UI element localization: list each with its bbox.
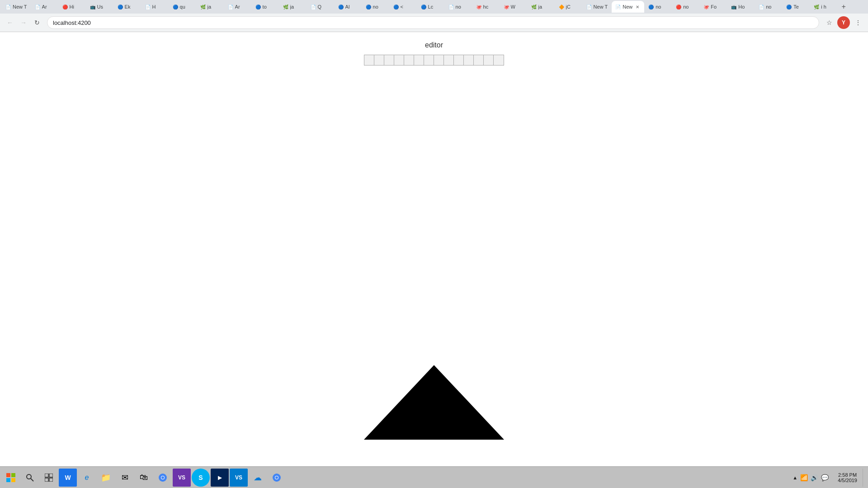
chrome2-taskbar-button[interactable] (268, 469, 286, 487)
tab-ar2[interactable]: 📄 Ar (224, 1, 251, 13)
svg-rect-4 (11, 478, 15, 482)
tab-no3[interactable]: 🔵 no (645, 1, 672, 13)
tab-no5[interactable]: 📄 no (755, 1, 782, 13)
vs-taskbar-button[interactable]: VS (173, 469, 191, 487)
toolbar-button-7[interactable] (424, 55, 434, 65)
toolbar-button-1[interactable] (364, 55, 374, 65)
address-input[interactable] (47, 16, 819, 29)
tab-ja3[interactable]: 🌿 ja (528, 1, 555, 13)
tab-ja2[interactable]: 🌿 ja (279, 1, 307, 13)
refresh-button[interactable]: ↻ (31, 16, 43, 29)
show-desktop-button[interactable] (863, 469, 866, 487)
tab-jc[interactable]: 🔶 jC (555, 1, 582, 13)
date-display: 4/5/2019 (838, 478, 857, 483)
new-tab-button[interactable]: + (838, 1, 849, 13)
svg-rect-8 (49, 474, 53, 477)
store-button[interactable]: 🛍 (135, 469, 153, 487)
file-explorer-button[interactable]: 📁 (97, 469, 115, 487)
onedrive-button[interactable]: ☁ (249, 469, 267, 487)
tab-label: no (456, 4, 468, 9)
clock-area[interactable]: 2:58 PM 4/5/2019 (834, 472, 861, 483)
tab-h[interactable]: 📄 H (142, 1, 169, 13)
tab-us[interactable]: 📺 Us (86, 1, 113, 13)
toolbar-button-8[interactable] (434, 55, 444, 65)
back-button[interactable]: ← (4, 16, 16, 29)
tab-favicon: 🔵 (786, 5, 792, 9)
nav-buttons: ← → ↻ (4, 16, 43, 29)
tab-hi[interactable]: 🔴 Hi (59, 1, 86, 13)
tab-favicon: 🌿 (814, 5, 819, 9)
task-view-button[interactable] (40, 469, 58, 487)
tab-bar: 📄 New T 📄 Ar 🔴 Hi 📺 Us 🔵 Ek 📄 H 🔵 qu 🌿 (0, 0, 868, 14)
tab-label: ja (538, 4, 551, 9)
toolbar-button-4[interactable] (394, 55, 404, 65)
tab-label: Q (318, 4, 330, 9)
mail-button[interactable]: ✉ (116, 469, 134, 487)
toolbar-button-13[interactable] (484, 55, 494, 65)
toolbar-button-2[interactable] (374, 55, 384, 65)
tab-ek[interactable]: 🔵 Ek (114, 1, 141, 13)
page-title: editor (0, 32, 868, 49)
chrome-taskbar-button[interactable] (154, 469, 172, 487)
tab-favicon: 🐙 (476, 5, 481, 9)
profile-button[interactable]: Y (837, 16, 850, 29)
tab-ih[interactable]: 🌿 i h (810, 1, 837, 13)
toolbar-button-14[interactable] (494, 55, 504, 65)
tab-fo[interactable]: 🐙 Fo (700, 1, 727, 13)
svg-rect-2 (11, 473, 15, 477)
tab-close-button[interactable]: ✕ (634, 4, 641, 10)
tab-ja1[interactable]: 🌿 ja (197, 1, 224, 13)
tray-up-arrow[interactable]: ▲ (793, 475, 797, 480)
tab-label: no (656, 4, 668, 9)
tab-label: Ek (125, 4, 137, 9)
tab-label: i h (821, 4, 834, 9)
tab-lc[interactable]: 🔵 Lc (417, 1, 444, 13)
address-bar: ← → ↻ ☆ Y ⋮ (0, 14, 868, 32)
tab-te[interactable]: 🔵 Te (783, 1, 810, 13)
toolbar-button-5[interactable] (404, 55, 414, 65)
toolbar-button-12[interactable] (474, 55, 484, 65)
tab-label: Te (793, 4, 806, 9)
tab-newt2[interactable]: 📄 New T (583, 1, 612, 13)
terminal-button[interactable]: ▶ (211, 469, 229, 487)
toolbar-button-3[interactable] (384, 55, 394, 65)
tab-favicon: 📄 (145, 5, 151, 9)
tab-ho[interactable]: 📺 Ho (727, 1, 755, 13)
svg-rect-9 (45, 478, 48, 482)
search-taskbar-button[interactable] (21, 469, 39, 487)
menu-button[interactable]: ⋮ (852, 16, 864, 29)
toolbar-button-11[interactable] (464, 55, 474, 65)
tab-hc[interactable]: 🐙 hc (472, 1, 500, 13)
bookmark-button[interactable]: ☆ (823, 16, 835, 29)
taskbar-right: ▲ 📶 🔊 💬 2:58 PM 4/5/2019 (789, 469, 866, 487)
tab-q[interactable]: 📄 Q (307, 1, 334, 13)
word-taskbar-button[interactable]: W (59, 469, 77, 487)
tab-lt[interactable]: 🔵 < (390, 1, 417, 13)
tab-no1[interactable]: 🔵 no (362, 1, 389, 13)
toolbar-button-9[interactable] (444, 55, 454, 65)
tab-no4[interactable]: 🔴 no (672, 1, 699, 13)
tab-favicon: 📄 (5, 5, 11, 9)
edge-taskbar-button[interactable]: e (78, 469, 96, 487)
vs2-taskbar-button[interactable]: VS (230, 469, 248, 487)
tab-new-first[interactable]: 📄 New T (2, 1, 31, 13)
skype-button[interactable]: S (192, 469, 210, 487)
tab-favicon: 🌿 (200, 5, 206, 9)
tab-w[interactable]: 🐙 W (500, 1, 527, 13)
forward-button[interactable]: → (17, 16, 30, 29)
tab-label: New T (594, 4, 608, 9)
tab-qu[interactable]: 🔵 qu (169, 1, 196, 13)
tab-label: qu (180, 4, 193, 9)
toolbar-button-6[interactable] (414, 55, 424, 65)
tab-label: jC (566, 4, 579, 9)
toolbar-button-10[interactable] (454, 55, 464, 65)
tab-to[interactable]: 🔵 to (252, 1, 279, 13)
svg-point-13 (161, 476, 164, 479)
tab-ar[interactable]: 📄 Ar (31, 1, 58, 13)
start-button[interactable] (2, 469, 20, 487)
tab-no2[interactable]: 📄 no (445, 1, 472, 13)
tab-al[interactable]: 🔵 Al (335, 1, 362, 13)
svg-point-5 (27, 474, 31, 479)
tab-new-active[interactable]: 📄 New ✕ (612, 1, 644, 13)
tab-label: hc (483, 4, 496, 9)
